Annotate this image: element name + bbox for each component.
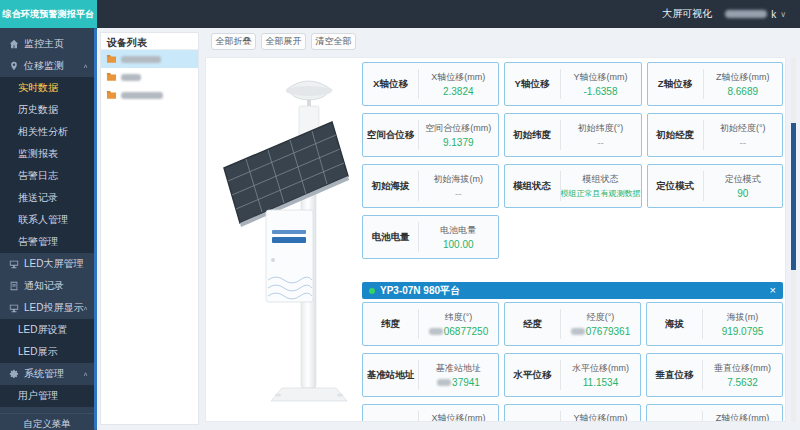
username-suffix: k bbox=[771, 9, 776, 20]
sidebar-scrollbar[interactable] bbox=[94, 28, 97, 430]
gnss-station-photo bbox=[214, 60, 354, 408]
data-card-battery-level: 电池电量 电池电量100.00 bbox=[362, 215, 499, 259]
content-scrollbar-thumb[interactable] bbox=[791, 123, 796, 270]
station-data-panel: X轴位移 X轴位移(mm)2.3824 Y轴位移 Y轴位移(mm)-1.6358… bbox=[205, 57, 786, 422]
data-card-longitude: 经度 经度(°) 07679361 bbox=[504, 302, 641, 346]
sidebar-item-led-cast-display[interactable]: LED投屏显示 ∧ bbox=[0, 297, 97, 319]
cast-screen-icon bbox=[8, 303, 19, 314]
chevron-up-icon: ∧ bbox=[83, 305, 88, 311]
top-bar: 综合环境预警测报平台 大屏可视化 k ∨ bbox=[0, 0, 800, 28]
sidebar-item-notification-records[interactable]: 通知记录 bbox=[0, 275, 97, 297]
sidebar-item-alarm-log[interactable]: 告警日志 bbox=[0, 165, 97, 187]
redacted-device-name bbox=[121, 92, 163, 99]
sidebar-item-alarm-management[interactable]: 告警管理 bbox=[0, 231, 97, 253]
sidebar-item-custom-menu[interactable]: 自定义菜单 bbox=[0, 413, 94, 430]
sidebar-item-led-bigscreen-management[interactable]: LED大屏管理 bbox=[0, 253, 97, 275]
user-menu[interactable]: k ∨ bbox=[725, 9, 786, 20]
main-content: 设备列表 全部折叠 全部展开 清空全部 bbox=[97, 28, 800, 430]
station2-header: YP3-07N 980平台 × bbox=[362, 282, 783, 299]
chevron-up-icon: ∧ bbox=[83, 371, 88, 377]
data-card-initial-latitude: 初始纬度 初始纬度(°)-- bbox=[504, 113, 642, 157]
redacted-value-prefix bbox=[571, 328, 585, 335]
chevron-down-icon: ∨ bbox=[780, 10, 786, 19]
folder-icon bbox=[106, 54, 117, 64]
data-card-total-displacement: 空间合位移 空间合位移(mm)9.1379 bbox=[362, 113, 499, 157]
sidebar-item-system-management[interactable]: 系统管理 ∧ bbox=[0, 363, 97, 385]
data-card-x-displacement: X轴位移 X轴位移(mm)2.3824 bbox=[362, 62, 499, 106]
device-list-item[interactable] bbox=[101, 50, 198, 68]
data-card-y-displacement-cutoff: Y轴位移(mm) bbox=[504, 404, 641, 422]
sidebar-item-monitoring-report[interactable]: 监测报表 bbox=[0, 143, 97, 165]
sidebar-nav: 监控主页 位移监测 ∧ 实时数据 历史数据 相关性分析 监测报表 告警日志 推送… bbox=[0, 28, 97, 430]
redacted-username bbox=[725, 10, 767, 18]
data-card-vertical-displacement: 垂直位移 垂直位移(mm)7.5632 bbox=[646, 353, 783, 397]
sidebar-item-led-display[interactable]: LED展示 bbox=[0, 341, 97, 363]
data-card-initial-altitude: 初始海拔 初始海拔(m)-- bbox=[362, 164, 499, 208]
station1-card-grid: X轴位移 X轴位移(mm)2.3824 Y轴位移 Y轴位移(mm)-1.6358… bbox=[362, 62, 783, 259]
content-scrollbar-track[interactable] bbox=[791, 57, 796, 422]
expand-all-button[interactable]: 全部展开 bbox=[261, 33, 306, 50]
sidebar-item-led-screen-settings[interactable]: LED屏设置 bbox=[0, 319, 97, 341]
collapse-all-button[interactable]: 全部折叠 bbox=[211, 33, 256, 50]
toolbar: 全部折叠 全部展开 清空全部 bbox=[211, 33, 356, 50]
data-card-base-station-address: 基准站地址 基准站地址 37941 bbox=[362, 353, 499, 397]
data-card-z-displacement-cutoff: Z轴位移(mm) bbox=[646, 404, 783, 422]
sidebar-item-displacement-monitoring[interactable]: 位移监测 ∧ bbox=[0, 55, 97, 77]
sidebar-item-history-data[interactable]: 历史数据 bbox=[0, 99, 97, 121]
close-icon[interactable]: × bbox=[770, 285, 776, 296]
data-card-horizontal-displacement: 水平位移 水平位移(mm)11.1534 bbox=[504, 353, 641, 397]
device-list-panel: 设备列表 bbox=[100, 32, 199, 425]
sidebar-item-push-records[interactable]: 推送记录 bbox=[0, 187, 97, 209]
redacted-value-prefix bbox=[437, 379, 451, 386]
device-list-item[interactable] bbox=[101, 86, 198, 104]
sidebar-item-monitor-home[interactable]: 监控主页 bbox=[0, 33, 97, 55]
big-screen-visualization-link[interactable]: 大屏可视化 bbox=[662, 7, 712, 21]
station2-title: YP3-07N 980平台 bbox=[380, 284, 765, 298]
chevron-up-icon: ∧ bbox=[83, 63, 88, 69]
notebook-icon bbox=[8, 281, 19, 292]
clear-all-button[interactable]: 清空全部 bbox=[311, 33, 356, 50]
app-logo-title: 综合环境预警测报平台 bbox=[0, 0, 97, 28]
location-pin-icon bbox=[8, 61, 19, 72]
data-card-initial-longitude: 初始经度 初始经度(°)-- bbox=[647, 113, 784, 157]
data-card-altitude: 海拔 海拔(m)919.0795 bbox=[646, 302, 783, 346]
device-list-title: 设备列表 bbox=[101, 33, 198, 50]
sidebar-item-user-management[interactable]: 用户管理 bbox=[0, 385, 97, 407]
redacted-device-name bbox=[121, 56, 161, 63]
sidebar-item-correlation-analysis[interactable]: 相关性分析 bbox=[0, 121, 97, 143]
data-card-y-displacement: Y轴位移 Y轴位移(mm)-1.6358 bbox=[504, 62, 642, 106]
sidebar-item-realtime-data[interactable]: 实时数据 bbox=[0, 77, 97, 99]
redacted-device-name bbox=[121, 74, 141, 81]
device-list-item[interactable] bbox=[101, 68, 198, 86]
data-card-latitude: 纬度 纬度(°) 06877250 bbox=[362, 302, 499, 346]
station2-card-grid: 纬度 纬度(°) 06877250 经度 经度(°) 07679361 海拔 海… bbox=[362, 302, 783, 422]
data-card-module-status: 模组状态 模组状态模组正常且有观测数据 bbox=[504, 164, 642, 208]
home-icon bbox=[8, 39, 19, 50]
gear-icon bbox=[8, 369, 19, 380]
folder-icon bbox=[106, 72, 117, 82]
folder-icon bbox=[106, 90, 117, 100]
redacted-value-prefix bbox=[429, 328, 443, 335]
monitor-icon bbox=[8, 259, 19, 270]
data-card-z-displacement: Z轴位移 Z轴位移(mm)8.6689 bbox=[647, 62, 784, 106]
data-card-x-displacement-cutoff: X轴位移(mm) bbox=[362, 404, 499, 422]
data-card-positioning-mode: 定位模式 定位模式90 bbox=[647, 164, 784, 208]
sidebar-item-contact-management[interactable]: 联系人管理 bbox=[0, 209, 97, 231]
online-status-dot bbox=[369, 288, 375, 294]
